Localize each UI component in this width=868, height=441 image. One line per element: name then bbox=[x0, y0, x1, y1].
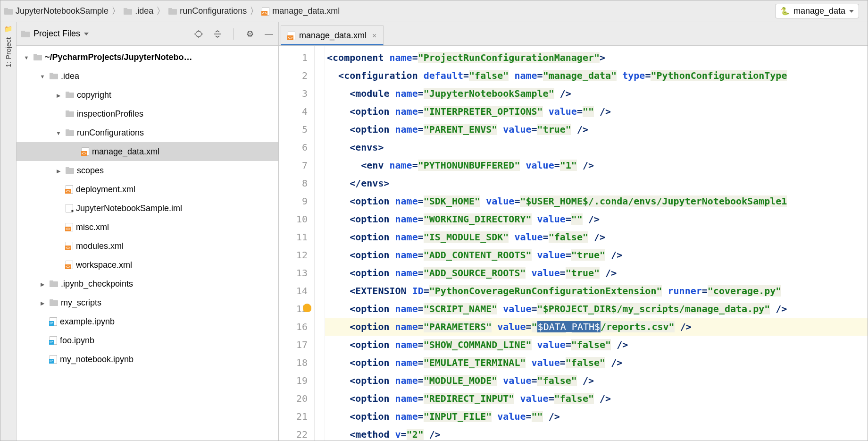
tree-row[interactable]: deployment.xml bbox=[17, 180, 278, 199]
tree-row[interactable]: .idea bbox=[17, 67, 278, 85]
code-line[interactable]: <env name="PYTHONUNBUFFERED" value="1" /… bbox=[325, 156, 868, 174]
collapse-all-icon[interactable] bbox=[213, 29, 222, 39]
tree-row[interactable]: modules.xml bbox=[17, 237, 278, 255]
tree-row[interactable]: workspace.xml bbox=[17, 255, 278, 274]
line-number: 21 bbox=[279, 407, 308, 425]
expander-icon[interactable] bbox=[55, 129, 62, 136]
tree-row[interactable]: example.ipynb bbox=[17, 312, 278, 331]
tree-label: JupyterNotebookSample.iml bbox=[76, 204, 182, 213]
expander-icon[interactable] bbox=[39, 280, 46, 288]
expander-icon[interactable] bbox=[55, 167, 62, 174]
breadcrumb-item[interactable]: .idea bbox=[124, 6, 153, 16]
tree-row[interactable]: my_scripts bbox=[17, 293, 278, 312]
code-line[interactable]: <option name="PARAMETERS" value="$DATA_P… bbox=[325, 318, 868, 336]
tab-manage-data-xml[interactable]: manage_data.xml × bbox=[281, 25, 384, 45]
code-line[interactable]: <option name="INPUT_FILE" value="" /> bbox=[325, 407, 868, 425]
code-line[interactable]: <option name="SCRIPT_NAME" value="$PROJE… bbox=[325, 300, 868, 318]
expander-icon[interactable] bbox=[39, 72, 46, 80]
tree-label: manage_data.xml bbox=[92, 147, 159, 157]
project-view-selector[interactable]: Project Files bbox=[21, 29, 189, 39]
tree-row[interactable]: runConfigurations bbox=[17, 123, 278, 142]
close-icon[interactable]: × bbox=[372, 32, 376, 40]
line-number: 12 bbox=[279, 246, 308, 264]
line-number: 19 bbox=[279, 372, 308, 390]
expander-icon[interactable] bbox=[23, 53, 30, 61]
tree-row[interactable]: copyright bbox=[17, 85, 278, 104]
code-line[interactable]: <option name="SDK_HOME" value="$USER_HOM… bbox=[325, 192, 868, 210]
tree-row[interactable]: JupyterNotebookSample.iml bbox=[17, 199, 278, 218]
line-number: 5 bbox=[279, 120, 308, 138]
code-line[interactable]: </envs> bbox=[325, 174, 868, 192]
tree-label: misc.xml bbox=[76, 222, 109, 232]
tool-window-stripe-left[interactable]: 📁 1: Project bbox=[0, 22, 17, 441]
ipynb-icon bbox=[50, 355, 57, 364]
code-line[interactable]: <option name="WORKING_DIRECTORY" value="… bbox=[325, 210, 868, 228]
hide-icon[interactable]: — bbox=[264, 29, 274, 39]
folder-icon bbox=[66, 92, 74, 98]
intention-bulb-icon[interactable] bbox=[303, 304, 311, 312]
project-sidebar: Project Files ⚙ — ~/PycharmProjects/Jupy… bbox=[17, 22, 279, 441]
line-number: 1 bbox=[279, 49, 308, 67]
line-number: 22 bbox=[279, 425, 308, 441]
code-line[interactable]: <option name="EMULATE_TERMINAL" value="f… bbox=[325, 354, 868, 372]
tree-row[interactable]: misc.xml bbox=[17, 218, 278, 237]
breadcrumb-item[interactable]: runConfigurations bbox=[168, 6, 247, 16]
code-line[interactable]: <component name="ProjectRunConfiguration… bbox=[325, 49, 868, 67]
tree-label: .ipynb_checkpoints bbox=[61, 279, 133, 289]
folder-icon bbox=[66, 167, 74, 174]
folder-icon bbox=[33, 54, 42, 60]
tree-row[interactable]: .ipynb_checkpoints bbox=[17, 274, 278, 293]
breadcrumb-label: manage_data.xml bbox=[272, 6, 340, 16]
tree-label: inspectionProfiles bbox=[77, 109, 143, 119]
code-line[interactable]: <option name="INTERPRETER_OPTIONS" value… bbox=[325, 102, 868, 120]
line-number: 6 bbox=[279, 138, 308, 156]
tree-row[interactable]: inspectionProfiles bbox=[17, 104, 278, 123]
tree-label: example.ipynb bbox=[60, 317, 115, 327]
fold-strip[interactable] bbox=[315, 46, 325, 441]
tree-label: modules.xml bbox=[76, 241, 124, 251]
expander-icon[interactable] bbox=[55, 91, 62, 99]
run-config-selector[interactable]: manage_data bbox=[775, 4, 859, 18]
locate-icon[interactable] bbox=[194, 29, 203, 39]
code-lines[interactable]: <component name="ProjectRunConfiguration… bbox=[325, 46, 868, 441]
tree-label: foo.ipynb bbox=[60, 336, 94, 346]
code-line[interactable]: <option name="SHOW_COMMAND_LINE" value="… bbox=[325, 336, 868, 354]
line-number: 16 bbox=[279, 318, 308, 336]
code-line[interactable]: <envs> bbox=[325, 138, 868, 156]
code-line[interactable]: <option name="REDIRECT_INPUT" value="fal… bbox=[325, 390, 868, 407]
tree-row[interactable]: scopes bbox=[17, 161, 278, 180]
breadcrumb-label: runConfigurations bbox=[180, 6, 247, 16]
code-line[interactable]: <method v="2" /> bbox=[325, 425, 868, 441]
code-line[interactable]: <option name="MODULE_MODE" value="false"… bbox=[325, 372, 868, 390]
code-line[interactable]: <module name="JupyterNotebookSample" /> bbox=[325, 85, 868, 102]
xml-icon bbox=[66, 261, 73, 269]
breadcrumb-item[interactable]: manage_data.xml bbox=[262, 6, 340, 16]
gear-icon[interactable]: ⚙ bbox=[245, 29, 255, 39]
tree-label: .idea bbox=[61, 71, 79, 81]
xml-file-icon bbox=[288, 32, 295, 40]
line-number: 9 bbox=[279, 192, 308, 210]
folder-icon bbox=[168, 8, 177, 15]
code-line[interactable]: <option name="PARENT_ENVS" value="true" … bbox=[325, 120, 868, 138]
code-line[interactable]: <EXTENSION ID="PythonCoverageRunConfigur… bbox=[325, 282, 868, 300]
sidebar-title: Project Files bbox=[33, 29, 80, 39]
breadcrumb-item[interactable]: JupyterNotebookSample bbox=[4, 6, 108, 16]
code-line[interactable]: <option name="ADD_SOURCE_ROOTS" value="t… bbox=[325, 264, 868, 282]
project-tree[interactable]: ~/PycharmProjects/JupyterNotebo….ideacop… bbox=[17, 46, 278, 441]
tree-row[interactable]: my_notebook.ipynb bbox=[17, 350, 278, 369]
tree-row[interactable]: foo.ipynb bbox=[17, 331, 278, 350]
code-line[interactable]: <option name="ADD_CONTENT_ROOTS" value="… bbox=[325, 246, 868, 264]
project-tool-button[interactable]: 1: Project bbox=[4, 37, 12, 67]
tree-row[interactable]: manage_data.xml bbox=[17, 142, 278, 161]
iml-icon bbox=[66, 204, 73, 212]
tree-row[interactable]: ~/PycharmProjects/JupyterNotebo… bbox=[17, 48, 278, 67]
tree-label: my_notebook.ipynb bbox=[60, 355, 134, 365]
tree-label: copyright bbox=[77, 90, 111, 100]
ipynb-icon bbox=[50, 317, 57, 326]
expander-icon[interactable] bbox=[39, 299, 46, 306]
code-line[interactable]: <option name="IS_MODULE_SDK" value="fals… bbox=[325, 228, 868, 246]
code-line[interactable]: <configuration default="false" name="man… bbox=[325, 67, 868, 85]
sidebar-toolbar: Project Files ⚙ — bbox=[17, 22, 278, 46]
code-editor[interactable]: 1234567891011121314151617181920212223 <c… bbox=[279, 46, 868, 441]
line-number: 7 bbox=[279, 156, 308, 174]
